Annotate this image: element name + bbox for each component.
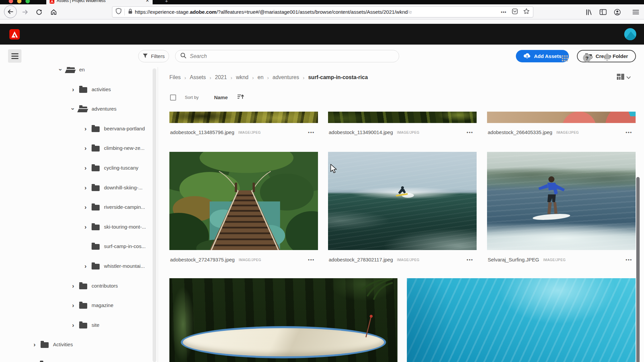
folder-icon [79,323,87,328]
more-options-icon[interactable] [308,257,315,262]
standing-surfer-figure [530,175,574,234]
chevron-right-icon[interactable]: › [70,284,76,288]
breadcrumb-en[interactable]: en [258,74,264,80]
asset-thumbnail[interactable] [328,112,477,123]
sidebar-item-magazine[interactable]: › magazine [0,295,152,315]
asset-card[interactable]: adobestock_278302117.jpeg IMAGE/JPEG [328,152,477,266]
window-minimize-button[interactable] [17,0,21,3]
sidebar-item-downhill-skiing[interactable]: › downhill-skiing-... [0,178,152,197]
chevron-right-icon[interactable]: › [83,126,88,131]
asset-card[interactable]: adobestock_272479375.jpeg IMAGE/JPEG [169,152,318,266]
chevron-right-icon[interactable]: › [83,264,88,268]
chevron-right-icon[interactable]: › [32,342,37,347]
asset-thumbnail[interactable] [169,278,397,362]
sidebar-item-en[interactable]: › en [0,67,152,79]
sidebar-item-activities-root[interactable]: › Activities [0,335,152,354]
asset-card[interactable]: Selvaraj_Surfing.JPEG IMAGE/JPEG [487,152,636,266]
sidebar-item-whistler-mountain[interactable]: › whistler-mountai... [0,256,152,276]
sidebar-scrollbar[interactable] [153,68,156,362]
tracking-protection-shield-icon[interactable] [116,8,121,16]
breadcrumb-adventures[interactable]: adventures [273,74,299,80]
more-options-icon[interactable] [626,130,632,135]
search-box[interactable] [175,50,399,62]
chevron-right-icon[interactable]: › [83,166,88,170]
asset-card[interactable] [407,278,636,362]
view-toggle-button[interactable] [617,74,631,81]
folder-icon [92,126,100,132]
back-button[interactable] [4,5,17,18]
chevron-right-icon[interactable]: › [70,303,76,308]
more-options-icon[interactable] [467,130,473,135]
asset-card[interactable]: adobestock_113490014.jpeg IMAGE/JPEG [328,112,477,142]
sort-bar: Sort by Name [170,94,244,101]
sidebar-item-adventures[interactable]: › adventures [0,99,152,119]
browser-tab[interactable]: Assets | Project Wilderness ✕ [46,0,153,4]
chevron-down-icon[interactable]: › [58,67,63,72]
folder-icon [92,264,100,269]
pocket-icon[interactable] [512,8,518,16]
sidebar-item-surf-camp-selected[interactable]: › surf-camp-in-cos... [0,236,152,256]
chevron-right-icon[interactable]: › [83,146,88,150]
lock-icon[interactable] [128,8,133,16]
sidebar-item-contributors[interactable]: › contributors [0,276,152,296]
breadcrumb-assets[interactable]: Assets [190,74,206,80]
library-icon[interactable] [584,8,593,16]
avatar[interactable] [624,28,636,40]
asset-thumbnail[interactable] [169,152,318,250]
select-all-checkbox[interactable] [170,95,176,101]
breadcrumb-files[interactable]: Files [169,74,181,80]
home-button[interactable] [50,8,58,16]
account-icon[interactable] [613,8,622,16]
forward-button[interactable] [21,8,30,16]
asset-card[interactable] [169,278,397,362]
asset-thumbnail[interactable] [407,278,636,362]
sidebar-item-beervana-portland[interactable]: › beervana-portland [0,119,152,138]
chevron-right-icon[interactable]: › [70,323,76,327]
main-scrollbar[interactable] [636,177,640,362]
reload-button[interactable] [35,8,43,16]
chevron-right-icon[interactable]: › [70,87,76,92]
more-options-icon[interactable] [467,257,473,262]
bookmark-star-icon[interactable] [523,8,530,16]
sidebar-item-climbing-new-zealand[interactable]: › climbing-new-ze... [0,138,152,158]
chevron-down-icon[interactable]: › [71,106,75,112]
url-text[interactable]: https://experience-stage.adobe.com/?allf… [135,9,412,15]
chevron-right-icon[interactable]: › [83,225,88,229]
adobe-logo[interactable] [9,29,20,40]
asset-thumbnail[interactable] [328,152,477,250]
filters-button[interactable]: Filters [138,50,169,62]
new-tab-button[interactable]: + [165,0,168,4]
more-options-icon[interactable] [308,130,315,135]
asset-card[interactable]: adobestock_113485796.jpeg IMAGE/JPEG [169,112,318,142]
sidebars-icon[interactable] [598,8,608,16]
adobe-app-header: ? [0,24,644,45]
page-actions-icon[interactable]: ••• [501,9,506,14]
notifications-bell-icon[interactable] [603,53,611,64]
tab-close-icon[interactable]: ✕ [146,0,149,4]
sidebar-item-cycling-tuscany[interactable]: › cycling-tuscany [0,158,152,178]
chevron-right-icon[interactable]: › [83,185,88,190]
more-options-icon[interactable] [626,257,632,262]
window-close-button[interactable] [9,0,13,3]
chevron-right-icon[interactable]: › [83,205,88,209]
sort-order-icon[interactable] [237,94,244,101]
apps-grid-icon[interactable] [561,54,569,62]
sidebar-item-activities[interactable]: › activities [0,79,152,99]
breadcrumb-2021[interactable]: 2021 [215,74,227,80]
sidebar-item-partial[interactable] [0,354,152,362]
help-icon[interactable]: ? [583,54,591,62]
asset-card[interactable]: adobestock_266405335.jpeg IMAGE/JPEG [487,112,636,142]
sort-value[interactable]: Name [214,95,228,100]
asset-thumbnail[interactable] [487,152,636,250]
asset-thumbnail[interactable] [487,112,636,123]
sidebar-item-ski-touring[interactable]: › ski-touring-mont-... [0,217,152,237]
breadcrumb-wknd[interactable]: wknd [236,74,248,80]
sidebar-item-riverside-camping[interactable]: › riverside-campin... [0,197,152,217]
sidebar-item-site[interactable]: › site [0,315,152,335]
window-zoom-button[interactable] [25,0,30,3]
url-bar[interactable]: https://experience-stage.adobe.com/?allf… [112,6,533,17]
search-input[interactable] [190,53,394,59]
asset-thumbnail[interactable] [169,112,318,123]
rail-toggle-button[interactable] [8,49,21,63]
menu-icon[interactable] [631,8,640,16]
